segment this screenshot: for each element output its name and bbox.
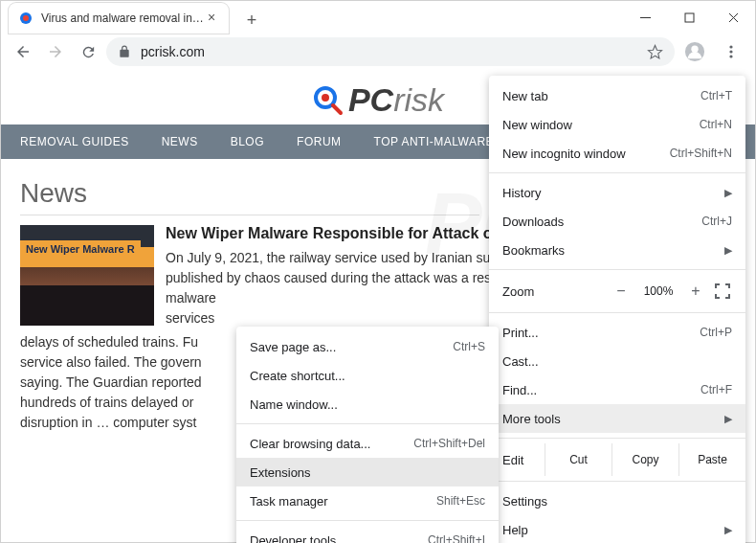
submenu-save-page[interactable]: Save page as...Ctrl+S: [236, 332, 499, 361]
nav-removal-guides[interactable]: REMOVAL GUIDES: [20, 135, 129, 148]
svg-point-10: [729, 55, 732, 57]
menu-settings[interactable]: Settings: [489, 486, 745, 515]
svg-point-9: [729, 50, 732, 53]
minimize-button[interactable]: [623, 1, 667, 34]
magnifier-icon: [312, 84, 345, 117]
logo-text-main: PC: [348, 81, 393, 119]
thumb-label: New Wiper Malware R: [20, 240, 141, 258]
url-text: pcrisk.com: [141, 44, 205, 59]
svg-point-7: [691, 46, 698, 53]
menu-bookmarks[interactable]: Bookmarks▶: [489, 236, 745, 264]
menu-downloads[interactable]: DownloadsCtrl+J: [489, 207, 745, 236]
window-controls: [623, 1, 755, 34]
nav-top-anti-malware[interactable]: TOP ANTI-MALWARE: [374, 135, 495, 148]
chevron-right-icon: ▶: [724, 244, 732, 257]
main-menu: New tabCtrl+T New windowCtrl+N New incog…: [489, 76, 745, 543]
menu-more-tools[interactable]: More tools▶: [489, 404, 745, 433]
article-thumb[interactable]: New Wiper Malware R: [20, 225, 154, 326]
menu-new-incognito[interactable]: New incognito windowCtrl+Shift+N: [489, 139, 745, 168]
menu-button[interactable]: [715, 35, 747, 68]
tab-strip: Virus and malware removal instru × +: [1, 1, 623, 34]
close-window-button[interactable]: [711, 1, 755, 34]
profile-icon[interactable]: [678, 35, 711, 68]
zoom-in-button[interactable]: +: [684, 283, 707, 300]
svg-point-13: [322, 94, 329, 102]
submenu-name-window[interactable]: Name window...: [236, 390, 499, 419]
svg-point-1: [23, 15, 29, 21]
submenu-extensions[interactable]: Extensions: [236, 458, 499, 486]
menu-cast[interactable]: Cast...: [489, 347, 745, 375]
submenu-create-shortcut[interactable]: Create shortcut...: [236, 361, 499, 390]
menu-new-tab[interactable]: New tabCtrl+T: [489, 81, 745, 110]
submenu-dev-tools[interactable]: Developer toolsCtrl+Shift+I: [236, 526, 499, 543]
lock-icon: [118, 45, 131, 58]
menu-print[interactable]: Print...Ctrl+P: [489, 318, 745, 347]
address-bar[interactable]: pcrisk.com: [106, 37, 675, 66]
chevron-right-icon: ▶: [724, 524, 732, 536]
logo-text-sub: risk: [393, 81, 444, 119]
menu-copy[interactable]: Copy: [611, 443, 678, 476]
chevron-right-icon: ▶: [724, 413, 732, 425]
svg-line-12: [333, 105, 341, 113]
menu-cut[interactable]: Cut: [545, 443, 611, 476]
zoom-out-button[interactable]: −: [610, 283, 633, 300]
toolbar: pcrisk.com: [1, 34, 755, 70]
fullscreen-button[interactable]: [713, 282, 732, 301]
menu-paste[interactable]: Paste: [678, 443, 745, 476]
menu-find[interactable]: Find...Ctrl+F: [489, 375, 745, 404]
nav-forum[interactable]: FORUM: [297, 135, 342, 148]
zoom-percent: 100%: [638, 284, 678, 298]
submenu-task-manager[interactable]: Task managerShift+Esc: [236, 486, 499, 515]
maximize-button[interactable]: [667, 1, 711, 34]
page-title: News: [20, 178, 479, 215]
reload-button[interactable]: [74, 37, 102, 66]
site-logo[interactable]: PCrisk: [312, 81, 444, 119]
svg-rect-3: [685, 13, 694, 22]
new-tab-button[interactable]: +: [238, 7, 265, 34]
more-tools-submenu: Save page as...Ctrl+S Create shortcut...…: [236, 327, 499, 543]
nav-news[interactable]: NEWS: [162, 135, 198, 148]
tab-close-button[interactable]: ×: [204, 11, 219, 26]
tab-favicon: [18, 11, 33, 26]
menu-new-window[interactable]: New windowCtrl+N: [489, 110, 745, 139]
menu-help[interactable]: Help▶: [489, 515, 745, 543]
submenu-clear-browsing[interactable]: Clear browsing data...Ctrl+Shift+Del: [236, 429, 499, 458]
menu-history[interactable]: History▶: [489, 178, 745, 207]
menu-zoom: Zoom − 100% +: [489, 275, 745, 307]
nav-blog[interactable]: BLOG: [231, 135, 264, 148]
chevron-right-icon: ▶: [724, 187, 732, 199]
forward-button[interactable]: [41, 37, 70, 66]
bookmark-star-icon[interactable]: [647, 44, 663, 60]
tab-title: Virus and malware removal instru: [41, 11, 204, 25]
browser-tab[interactable]: Virus and malware removal instru ×: [9, 3, 229, 34]
back-button[interactable]: [9, 37, 37, 66]
svg-point-8: [729, 45, 732, 48]
menu-edit-row: Edit Cut Copy Paste: [489, 443, 745, 476]
titlebar: Virus and malware removal instru × +: [1, 1, 755, 34]
